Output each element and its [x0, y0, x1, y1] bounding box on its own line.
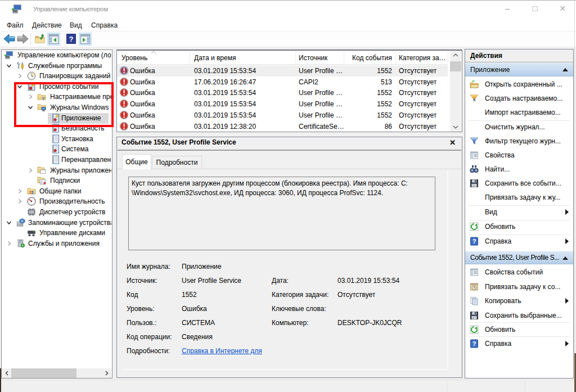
svg-text:?: ?	[69, 35, 74, 43]
svg-text:?: ?	[472, 238, 476, 245]
svg-text:?: ?	[472, 340, 476, 347]
